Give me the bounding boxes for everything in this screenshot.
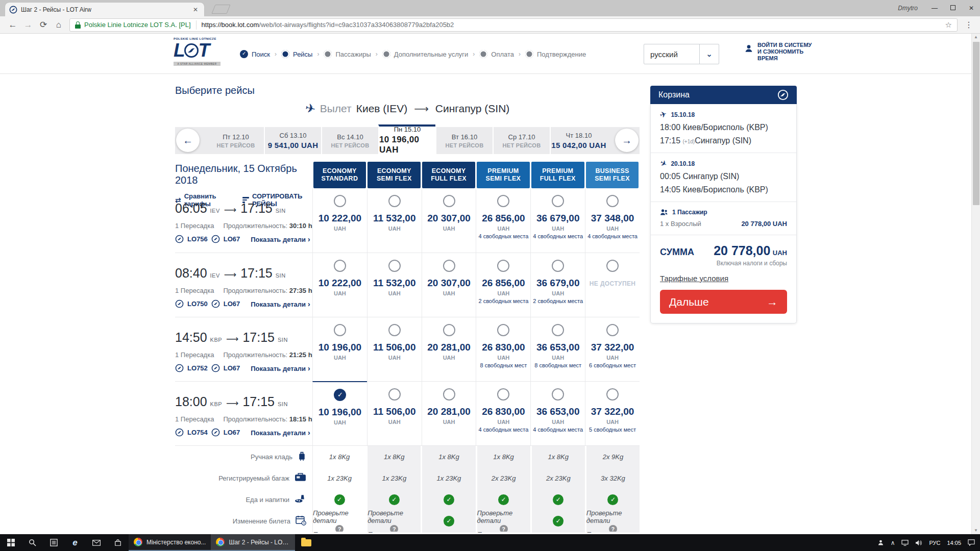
fare-cell[interactable]: 36 653,00UAH8 свободных мест [530, 317, 585, 381]
fare-radio[interactable] [606, 324, 619, 336]
taskbar-app-inactive[interactable]: Міністерство еконо... [129, 534, 211, 551]
file-explorer-icon[interactable] [301, 539, 311, 546]
fare-radio[interactable] [334, 195, 346, 207]
tray-person-icon[interactable] [877, 539, 884, 546]
fare-radio[interactable] [497, 260, 509, 272]
check-details[interactable]: Проверьте детали? [368, 509, 421, 533]
scroll-down-arrow[interactable]: ▼ [972, 527, 980, 534]
edge-icon[interactable]: e [64, 534, 86, 551]
fare-cell[interactable]: 11 506,00UAH [367, 382, 422, 445]
fare-class-header-premium-full-flex[interactable]: PREMIUMFULL FLEX [531, 162, 584, 188]
fare-cell[interactable]: 36 679,00UAH2 свободных места [530, 253, 585, 317]
fare-radio[interactable] [497, 324, 509, 336]
browser-menu-icon[interactable]: ⋮ [963, 20, 975, 30]
nav-step-поиск[interactable]: Поиск [240, 50, 270, 58]
check-details[interactable]: Проверьте детали? [586, 509, 640, 533]
scrollbar-thumb[interactable] [973, 42, 979, 205]
check-details[interactable]: Проверьте детали? [477, 531, 530, 533]
fare-radio[interactable] [497, 388, 509, 400]
fare-cell[interactable]: 20 307,00UAH [422, 253, 476, 317]
new-tab-button[interactable] [211, 5, 230, 14]
fare-cell[interactable]: 20 307,00UAH [422, 188, 476, 253]
show-details-link[interactable]: Показать детали › [251, 299, 310, 308]
fare-cell[interactable]: 11 532,00UAH [367, 253, 422, 317]
taskbar-app-active[interactable]: Шаг 2 - Рейсы - LOT ... [211, 534, 295, 551]
fare-radio[interactable] [443, 195, 455, 207]
date-tab-Сб-13.10[interactable]: Сб 13.109 541,00 UAH [264, 127, 321, 154]
fare-cell[interactable]: 10 196,00UAH [312, 381, 367, 445]
fare-radio[interactable] [552, 195, 564, 207]
browser-tab[interactable]: Шаг 2 - Рейсы - LOT Airw ✕ [5, 3, 204, 16]
hidden-icons-chevron[interactable]: ∧ [891, 539, 895, 546]
lot-logo[interactable]: POLSKIE LINIE LOTNICZE LT A STAR ALLIANC… [174, 37, 220, 66]
fare-class-header-economy-full-flex[interactable]: ECONOMYFULL FLEX [422, 162, 475, 188]
check-details[interactable]: Проверьте детали? [313, 509, 366, 533]
bookmark-star-icon[interactable]: ☆ [945, 20, 952, 30]
address-bar[interactable]: Polskie Linie Lotnicze LOT S.A. [PL] htt… [69, 18, 958, 32]
fare-radio[interactable] [497, 195, 509, 207]
display-icon[interactable] [901, 540, 909, 546]
page-scrollbar[interactable]: ▲ ▼ [971, 34, 980, 534]
fare-class-header-business-semi-flex[interactable]: BUSINESSSEMI FLEX [586, 162, 639, 188]
fare-cell[interactable]: 11 532,00UAH [367, 188, 422, 253]
show-details-link[interactable]: Показать детали › [251, 364, 310, 372]
fare-radio[interactable] [606, 388, 619, 400]
start-button[interactable] [0, 534, 21, 551]
back-button[interactable]: ← [5, 20, 20, 30]
fare-radio[interactable] [552, 388, 564, 400]
date-tab-Ср-17.10[interactable]: Ср 17.10НЕТ РЕЙСОВ [493, 127, 550, 154]
date-tab-Вс-14.10[interactable]: Вс 14.10НЕТ РЕЙСОВ [321, 127, 378, 154]
check-details[interactable]: Проверьте детали? [586, 531, 640, 533]
next-dates-button[interactable]: → [615, 129, 639, 152]
fare-cell[interactable]: НЕ ДОСТУПЕН [585, 253, 640, 317]
show-details-link[interactable]: Показать детали › [251, 428, 310, 437]
fare-cell[interactable]: 10 222,00UAH [312, 188, 367, 253]
fare-cell[interactable]: 26 856,00UAH2 свободных места [476, 253, 530, 317]
window-restore-button[interactable] [948, 5, 958, 12]
fare-cell[interactable]: 37 322,00UAH6 свободных мест [585, 317, 640, 381]
login-button[interactable]: ВОЙТИ В СИСТЕМУ И СЭКОНОМИТЬ ВРЕМЯ [744, 42, 814, 62]
fare-radio[interactable] [443, 324, 455, 336]
fare-cell[interactable]: 26 830,00UAH8 свободных мест [476, 317, 530, 381]
search-button[interactable] [21, 534, 43, 551]
fare-radio[interactable] [388, 260, 401, 272]
fare-conditions-link[interactable]: Тарифные условия [660, 274, 728, 283]
fare-cell[interactable]: 36 653,00UAH4 свободных места [530, 382, 585, 445]
date-tab-Пт-12.10[interactable]: Пт 12.10НЕТ РЕЙСОВ [208, 127, 264, 154]
nav-step-дополнительные-услуги[interactable]: Дополнительные услуги [382, 50, 468, 58]
task-view-button[interactable] [43, 534, 64, 551]
show-details-link[interactable]: Показать детали › [251, 235, 310, 243]
date-tab-Пн-15.10[interactable]: Пн 15.1010 196,00 UAH [378, 124, 435, 154]
fare-cell[interactable]: 20 281,00UAH [422, 317, 476, 381]
scroll-up-arrow[interactable]: ▲ [972, 34, 980, 41]
fare-cell[interactable]: 26 830,00UAH4 свободных места [476, 382, 530, 445]
fare-cell[interactable]: 37 322,00UAH5 свободных мест [585, 382, 640, 445]
store-icon[interactable] [107, 534, 129, 551]
fare-class-header-premium-semi-flex[interactable]: PREMIUMSEMI FLEX [477, 162, 530, 188]
home-button[interactable]: ⌂ [51, 20, 66, 30]
fare-cell[interactable]: 10 196,00UAH [312, 317, 367, 381]
notification-center-icon[interactable] [968, 539, 975, 546]
previous-dates-button[interactable]: ← [176, 129, 200, 152]
nav-step-подтверждение[interactable]: Подтверждение [525, 50, 586, 58]
language-select[interactable]: русский ⌄ [644, 44, 719, 64]
fare-radio-selected[interactable] [334, 389, 346, 401]
fare-radio[interactable] [443, 388, 455, 400]
fare-radio[interactable] [388, 324, 401, 336]
fare-cell[interactable]: 20 281,00UAH [422, 382, 476, 445]
tab-close-icon[interactable]: ✕ [191, 6, 200, 13]
fare-cell[interactable]: 10 222,00UAH [312, 253, 367, 317]
fare-radio[interactable] [334, 260, 346, 272]
date-tab-Вт-16.10[interactable]: Вт 16.10НЕТ РЕЙСОВ [435, 127, 493, 154]
nav-step-рейсы[interactable]: Рейсы [281, 50, 312, 58]
fare-cell[interactable]: 37 348,00UAH4 свободных места [585, 188, 640, 253]
window-minimize-button[interactable]: — [930, 5, 939, 12]
check-details[interactable]: Проверьте детали? [368, 531, 421, 533]
fare-radio[interactable] [606, 260, 619, 272]
date-tab-Чт-18.10[interactable]: Чт 18.1015 042,00 UAH [550, 127, 607, 154]
fare-cell[interactable]: 36 679,00UAH4 свободных места [530, 188, 585, 253]
check-details[interactable]: Проверьте детали? [313, 531, 366, 533]
fare-radio[interactable] [443, 260, 455, 272]
forward-button[interactable]: → [20, 20, 36, 30]
fare-cell[interactable]: 11 506,00UAH [367, 317, 422, 381]
